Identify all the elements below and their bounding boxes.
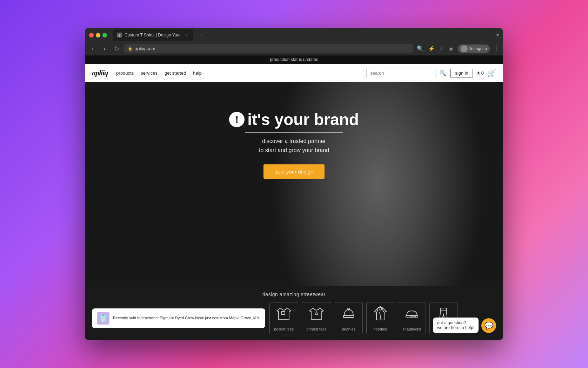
hero-subtitle-line1: discover a trusted partner xyxy=(85,137,503,146)
browser-addressbar: ‹ › ↻ 🔒 apliiq.com 🔍 ⚡ ☆ ▣ Incognito ⋮ xyxy=(85,42,503,55)
bookmark-icon[interactable]: ☆ xyxy=(439,45,444,52)
browser-chrome: ℹ Custom T Shirts | Design Your ✕ + ▾ ‹ … xyxy=(85,28,503,55)
traffic-light-green[interactable] xyxy=(102,33,107,38)
svg-rect-2 xyxy=(343,315,354,318)
incognito-button[interactable]: Incognito xyxy=(458,45,490,53)
browser-tab[interactable]: ℹ Custom T Shirts | Design Your ✕ xyxy=(113,29,193,41)
tab-title: Custom T Shirts | Design Your xyxy=(125,33,181,38)
hoodies-icon xyxy=(372,305,389,325)
back-button[interactable]: ‹ xyxy=(88,45,97,52)
new-tab-button[interactable]: + xyxy=(196,30,206,40)
browser-titlebar: ℹ Custom T Shirts | Design Your ✕ + ▾ xyxy=(85,28,503,42)
svg-line-5 xyxy=(380,312,381,320)
pocket-tees-label: pocket tees xyxy=(274,327,294,331)
url-text: apliiq.com xyxy=(135,46,155,51)
hero-cta-button[interactable]: start your design xyxy=(263,164,325,179)
search-lens-icon[interactable]: 🔍 xyxy=(417,45,424,52)
traffic-lights xyxy=(89,33,107,38)
hoodies-label: hoodies xyxy=(373,327,387,331)
category-snapbacks[interactable]: snapbacks xyxy=(398,302,426,334)
traffic-light-yellow[interactable] xyxy=(96,33,100,38)
nav-get-started[interactable]: get started xyxy=(165,70,186,76)
wishlist-button[interactable]: ★ 0 xyxy=(476,70,484,76)
forward-button[interactable]: › xyxy=(100,45,109,52)
hero-section: ! it's your brand discover a trusted par… xyxy=(85,82,503,286)
browser-window: ℹ Custom T Shirts | Design Your ✕ + ▾ ‹ … xyxy=(85,28,503,340)
wishlist-count: 0 xyxy=(481,70,484,76)
hero-subtitle: discover a trusted partner to start and … xyxy=(85,137,503,155)
hero-title: ! it's your brand xyxy=(85,110,503,129)
category-hoodies[interactable]: hoodies xyxy=(366,302,394,334)
header-actions: sign in ★ 0 🛒 xyxy=(450,69,496,77)
browser-menu-icon[interactable]: ⋮ xyxy=(494,45,500,52)
recently-sold-image: 👕 xyxy=(97,312,109,325)
svg-marker-1 xyxy=(315,312,318,314)
splitscreen-icon[interactable]: ▣ xyxy=(448,45,454,52)
nav-services[interactable]: services xyxy=(141,70,158,76)
lock-icon: 🔒 xyxy=(128,46,133,51)
svg-rect-0 xyxy=(281,312,285,314)
browser-chevron[interactable]: ▾ xyxy=(496,32,499,38)
search-container: 🔍 xyxy=(366,68,446,78)
printed-tees-label: printed tees xyxy=(306,327,326,331)
chat-icon: 💬 xyxy=(485,321,493,330)
signin-button[interactable]: sign in xyxy=(450,69,473,77)
hero-title-text: it's your brand xyxy=(247,110,359,129)
pocket-tees-icon xyxy=(275,305,293,325)
beanies-label: beanies xyxy=(342,327,355,331)
svg-rect-7 xyxy=(411,316,416,317)
chat-line2: we are here to help! xyxy=(437,325,474,330)
chat-bubble: got a question? we are here to help! xyxy=(433,318,479,333)
hero-subtitle-line2: to start and grow your brand xyxy=(85,146,503,155)
snapbacks-icon xyxy=(403,305,421,325)
chat-widget: got a question? we are here to help! 💬 xyxy=(433,318,496,333)
nav-help[interactable]: help xyxy=(193,70,202,76)
site-nav: products services get started help xyxy=(116,70,366,76)
chat-open-button[interactable]: 💬 xyxy=(481,318,496,333)
hero-content: ! it's your brand discover a trusted par… xyxy=(85,82,503,179)
category-printed-tees[interactable]: printed tees xyxy=(302,302,331,334)
star-icon: ★ xyxy=(476,70,481,76)
category-pocket-tees[interactable]: pocket tees xyxy=(269,302,298,334)
url-bar[interactable]: 🔒 apliiq.com xyxy=(124,44,413,53)
search-input[interactable] xyxy=(366,68,436,78)
snapbacks-label: snapbacks xyxy=(402,327,421,331)
addressbar-actions: 🔍 ⚡ ☆ ▣ Incognito ⋮ xyxy=(417,45,500,53)
printed-tees-icon xyxy=(308,305,325,325)
extensions-icon[interactable]: ⚡ xyxy=(428,45,435,52)
status-bar: production status updates xyxy=(85,55,503,64)
site-header: apliiq products services get started hel… xyxy=(85,64,503,82)
status-bar-text: production status updates xyxy=(270,57,318,62)
recently-sold-card: 👕 Recently sold Independent Pigment Dyed… xyxy=(92,308,265,328)
incognito-avatar xyxy=(461,45,468,52)
chat-line1: got a question? xyxy=(437,320,474,325)
recently-sold-text: Recently sold Independent Pigment Dyed C… xyxy=(113,315,260,321)
exclamation-icon: ! xyxy=(229,112,245,127)
strip-heading: design amazing streetwear xyxy=(92,292,496,297)
search-submit-button[interactable]: 🔍 xyxy=(439,70,446,76)
cart-button[interactable]: 🛒 xyxy=(487,69,496,77)
category-beanies[interactable]: beanies xyxy=(335,302,363,334)
website: production status updates apliiq product… xyxy=(85,55,503,340)
traffic-light-red[interactable] xyxy=(89,33,94,38)
tab-favicon: ℹ xyxy=(117,33,122,38)
bottom-area: design amazing streetwear 👕 Recently sol… xyxy=(85,286,503,340)
tab-close-button[interactable]: ✕ xyxy=(183,32,189,38)
site-logo[interactable]: apliiq xyxy=(92,68,108,77)
nav-products[interactable]: products xyxy=(116,70,134,76)
reload-button[interactable]: ↻ xyxy=(112,45,121,53)
incognito-label: Incognito xyxy=(470,46,487,51)
beanies-icon xyxy=(340,305,358,325)
hero-divider xyxy=(245,132,343,133)
